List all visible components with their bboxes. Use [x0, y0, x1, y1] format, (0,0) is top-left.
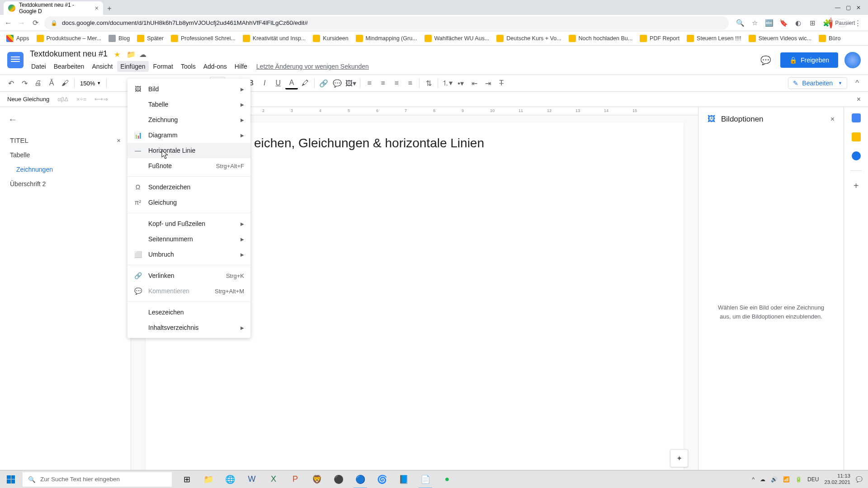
- menu-item-umbruch[interactable]: ⬜Umbruch▶: [127, 247, 250, 262]
- reload-button[interactable]: ⟳: [31, 19, 40, 28]
- user-avatar[interactable]: [844, 52, 861, 68]
- menu-datei[interactable]: Datei: [28, 61, 49, 72]
- taskbar-search[interactable]: 🔍 Zur Suche Text hier eingeben: [23, 472, 172, 487]
- italic-button[interactable]: I: [258, 77, 271, 89]
- tasks-icon[interactable]: [852, 151, 861, 160]
- menu-item-tabelle[interactable]: Tabelle▶: [127, 97, 250, 112]
- volume-icon[interactable]: 🔊: [771, 476, 778, 483]
- insert-image-button[interactable]: 🖼▾: [344, 77, 357, 89]
- profile-chip[interactable]: T Pausiert: [837, 19, 847, 27]
- menu-item-horizontale-linie[interactable]: —Horizontale Linie: [127, 143, 250, 158]
- maximize-icon[interactable]: ▢: [846, 5, 851, 11]
- document-heading[interactable]: eichen, Gleichungen & horizontale Linien: [254, 136, 643, 150]
- start-button[interactable]: [0, 470, 22, 488]
- align-left-button[interactable]: ≡: [363, 77, 376, 89]
- menu-item-inhaltsverzeichnis[interactable]: Inhaltsverzeichnis▶: [127, 320, 250, 335]
- new-tab-button[interactable]: +: [103, 2, 116, 15]
- zoom-indicator-icon[interactable]: 🔍: [736, 19, 744, 27]
- close-window-icon[interactable]: ✕: [856, 5, 861, 11]
- menu-add-ons[interactable]: Add-ons: [200, 61, 230, 72]
- spellcheck-button[interactable]: Ă: [45, 77, 58, 89]
- undo-button[interactable]: ↶: [5, 77, 17, 89]
- menu-item-gleichung[interactable]: π²Gleichung: [127, 195, 250, 210]
- bookmark-item[interactable]: Noch hochladen Bu...: [566, 33, 636, 44]
- line-spacing-button[interactable]: ⇅: [422, 77, 435, 89]
- network-icon[interactable]: 📶: [783, 476, 790, 483]
- language-indicator[interactable]: DEU: [807, 476, 819, 483]
- close-panel-icon[interactable]: ×: [830, 115, 835, 123]
- cloud-status-icon[interactable]: ☁: [139, 50, 147, 58]
- forward-button[interactable]: →: [17, 19, 26, 28]
- last-edit-link[interactable]: Letzte Änderung vor wenigen Sekunden: [256, 63, 369, 70]
- outline-item[interactable]: TITEL×: [8, 133, 123, 148]
- add-addon-icon[interactable]: +: [854, 181, 859, 191]
- chrome-menu-icon[interactable]: ⋮: [854, 19, 862, 27]
- menu-bearbeiten[interactable]: Bearbeiten: [51, 61, 88, 72]
- menu-item-lesezeichen[interactable]: Lesezeichen: [127, 305, 250, 320]
- menu-item-diagramm[interactable]: 📊Diagramm▶: [127, 127, 250, 143]
- keep-icon[interactable]: [852, 132, 861, 141]
- menu-tools[interactable]: Tools: [178, 61, 199, 72]
- insert-link-button[interactable]: 🔗: [317, 77, 330, 89]
- onedrive-icon[interactable]: ☁: [760, 476, 765, 483]
- menu-item-seitennummern[interactable]: Seitennummern▶: [127, 231, 250, 247]
- excel-icon[interactable]: X: [263, 470, 284, 488]
- extension-icon[interactable]: 🔖: [779, 19, 788, 27]
- battery-icon[interactable]: 🔋: [795, 476, 802, 483]
- collapse-toolbar-button[interactable]: ^: [851, 79, 863, 87]
- underline-button[interactable]: U: [272, 77, 284, 89]
- clear-formatting-button[interactable]: T: [495, 77, 508, 89]
- print-button[interactable]: 🖨: [32, 77, 44, 89]
- calendar-icon[interactable]: [852, 113, 861, 122]
- close-equation-toolbar-icon[interactable]: ×: [857, 95, 861, 103]
- document-title[interactable]: Textdokument neu #1: [28, 48, 109, 60]
- redo-button[interactable]: ↷: [18, 77, 31, 89]
- share-button[interactable]: 🔒 Freigeben: [780, 52, 838, 68]
- app-icon[interactable]: 📘: [393, 470, 414, 488]
- url-input[interactable]: 🔒 docs.google.com/document/d/1hUH8k6h7Lb…: [44, 16, 729, 30]
- menu-item-zeichnung[interactable]: Zeichnung▶: [127, 112, 250, 127]
- chrome-icon[interactable]: 🔵: [350, 470, 371, 488]
- back-button[interactable]: ←: [4, 19, 13, 28]
- bookmark-item[interactable]: PDF Report: [637, 33, 682, 44]
- outline-item[interactable]: Überschrift 2: [8, 177, 123, 191]
- translate-icon[interactable]: 🔤: [765, 19, 773, 27]
- menu-item-sonderzeichen[interactable]: ΩSonderzeichen: [127, 179, 250, 195]
- notifications-icon[interactable]: 💬: [856, 476, 863, 483]
- close-icon[interactable]: ×: [117, 136, 121, 144]
- align-right-button[interactable]: ≡: [390, 77, 403, 89]
- bookmark-item[interactable]: Büro: [816, 33, 843, 44]
- bookmark-item[interactable]: Deutsche Kurs + Vo...: [494, 33, 564, 44]
- menu-item-verlinken[interactable]: 🔗VerlinkenStrg+K: [127, 268, 250, 283]
- highlight-button[interactable]: 🖍: [299, 77, 311, 89]
- bulleted-list-button[interactable]: •▾: [454, 77, 467, 89]
- extension-icon[interactable]: ◐: [794, 19, 802, 27]
- menu-format[interactable]: Format: [150, 61, 176, 72]
- task-view-icon[interactable]: ⊞: [176, 470, 197, 488]
- greek-letters-button[interactable]: αβΔ: [57, 96, 68, 103]
- menu-einfügen[interactable]: Einfügen: [117, 61, 148, 72]
- bookmark-item[interactable]: Später: [134, 33, 166, 44]
- editing-mode-button[interactable]: ✎ Bearbeiten ▼: [788, 77, 847, 89]
- powerpoint-icon[interactable]: P: [285, 470, 306, 488]
- edge-icon[interactable]: 🌐: [220, 470, 241, 488]
- menu-item-fu-note[interactable]: FußnoteStrg+Alt+F: [127, 158, 250, 174]
- obs-icon[interactable]: ⚫: [328, 470, 349, 488]
- menu-item-bild[interactable]: 🖼Bild▶: [127, 81, 250, 97]
- move-icon[interactable]: 📁: [127, 50, 135, 58]
- tab-close-icon[interactable]: ×: [95, 5, 99, 12]
- bookmark-item[interactable]: Kursideen: [310, 33, 351, 44]
- bookmark-item[interactable]: Steuern Lesen !!!!: [684, 33, 744, 44]
- notepad-icon[interactable]: 📄: [415, 470, 436, 488]
- decrease-indent-button[interactable]: ⇤: [468, 77, 481, 89]
- text-color-button[interactable]: A: [285, 77, 298, 89]
- star-icon[interactable]: ★: [114, 50, 122, 58]
- bookmark-item[interactable]: Produktsuche – Mer...: [34, 33, 104, 44]
- menu-hilfe[interactable]: Hilfe: [231, 61, 250, 72]
- align-center-button[interactable]: ≡: [377, 77, 389, 89]
- spotify-icon[interactable]: ●: [437, 470, 458, 488]
- bookmark-item[interactable]: Kreativität und Insp...: [240, 33, 308, 44]
- bookmark-item[interactable]: Blog: [106, 33, 132, 44]
- increase-indent-button[interactable]: ⇥: [481, 77, 494, 89]
- arrows-button[interactable]: ⟷⇒: [94, 96, 108, 103]
